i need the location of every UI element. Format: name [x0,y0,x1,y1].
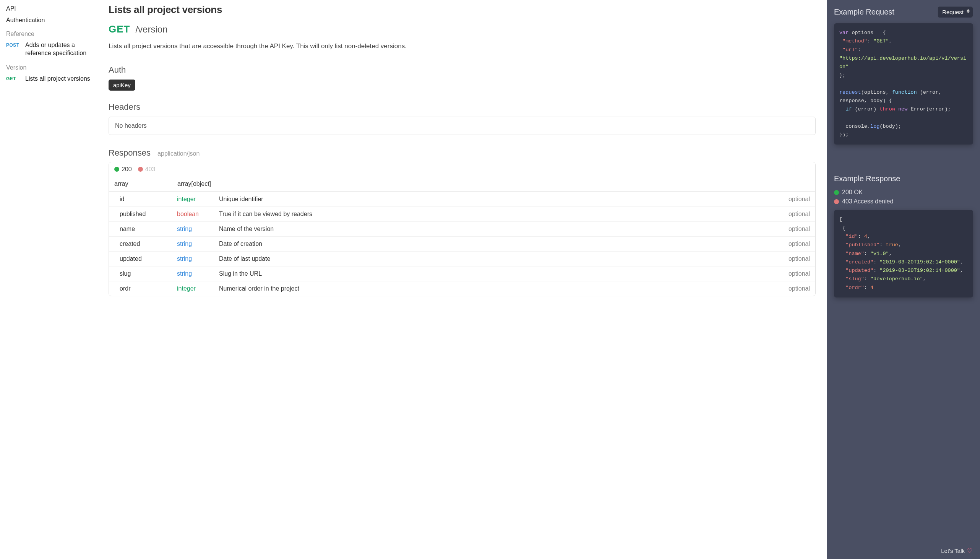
property-description: Date of last update [219,255,779,262]
array-header-row: array array[object] [109,177,815,192]
endpoint-path: /version [135,24,167,35]
sidebar-heading-reference: Reference [4,26,93,39]
auth-badge: apiKey [109,79,135,91]
property-type: string [177,255,219,262]
property-description: Unique identifier [219,196,779,203]
response-status-403[interactable]: 403 Access denied [834,197,973,206]
method-badge-get: GET [6,75,21,81]
property-required: optional [779,240,810,247]
property-row: idintegerUnique identifieroptional [109,192,815,207]
example-response-code[interactable]: [ { "id": 4, "published": true, "name": … [834,210,973,297]
property-type: string [177,270,219,277]
property-description: Slug in the URL [219,270,779,277]
status-dot-icon [834,190,839,195]
property-required: optional [779,285,810,292]
status-code: 200 [122,166,132,173]
sidebar-endpoint-get-version[interactable]: GET Lists all project versions [4,73,93,85]
property-required: optional [779,270,810,277]
property-type: integer [177,196,219,203]
example-request-title: Example Request [834,8,894,17]
property-required: optional [779,196,810,203]
property-type: string [177,226,219,233]
status-tab-403[interactable]: 403 [138,166,155,173]
main-content: Lists all project versions GET /version … [97,0,827,559]
status-label: 200 OK [842,189,863,196]
sidebar-endpoint-label: Lists all project versions [25,75,91,83]
property-row: slugstringSlug in the URLoptional [109,266,815,281]
property-required: optional [779,226,810,233]
response-status-200[interactable]: 200 OK [834,188,973,197]
property-row: ordrintegerNumerical order in the projec… [109,281,815,296]
endpoint-method: GET [109,23,130,35]
example-panel: Example Request Request var options = { … [827,0,980,559]
example-request-code[interactable]: var options = { "method": "GET", "url": … [834,23,973,144]
lets-talk-label: Let's Talk [941,547,965,554]
sidebar-item-api[interactable]: API [4,3,93,15]
sidebar: API Authentication Reference POST Adds o… [0,0,97,559]
property-name: updated [120,255,177,262]
request-dropdown[interactable]: Request [937,6,973,18]
status-dot-icon [114,167,119,172]
status-dot-icon [138,167,143,172]
method-badge-post: POST [6,41,21,48]
property-row: namestringName of the versionoptional [109,222,815,236]
auth-heading: Auth [109,65,816,75]
array-label: array [114,180,177,187]
property-name: slug [120,270,177,277]
status-tab-200[interactable]: 200 [114,166,132,173]
property-type: integer [177,285,219,292]
property-description: Numerical order in the project [219,285,779,292]
property-name: ordr [120,285,177,292]
property-row: publishedbooleanTrue if it can be viewed… [109,207,815,222]
property-type: string [177,240,219,247]
heart-icon: ♡ [967,547,972,554]
property-description: Date of creation [219,240,779,247]
property-name: published [120,211,177,218]
property-required: optional [779,211,810,218]
lets-talk-button[interactable]: Let's Talk ♡ [941,547,972,554]
response-status-list: 200 OK 403 Access denied [834,188,973,206]
sidebar-heading-version: Version [4,60,93,73]
endpoint-description: Lists all project versions that are acce… [109,41,816,51]
sidebar-endpoint-post-reference[interactable]: POST Adds or updates a reference specifi… [4,39,93,60]
property-type: boolean [177,211,219,218]
property-row: updatedstringDate of last updateoptional [109,251,815,266]
headers-empty-message: No headers [109,117,816,135]
property-name: id [120,196,177,203]
property-name: created [120,240,177,247]
endpoint-line: GET /version [109,23,816,35]
status-label: 403 Access denied [842,198,893,205]
property-name: name [120,226,177,233]
property-description: Name of the version [219,226,779,233]
responses-card: 200 403 array array[object] idintegerUni… [109,162,816,296]
property-row: createdstringDate of creationoptional [109,236,815,251]
content-type: application/json [157,150,200,157]
sidebar-item-authentication[interactable]: Authentication [4,15,93,26]
sidebar-endpoint-label: Adds or updates a reference specificatio… [25,41,91,57]
property-description: True if it can be viewed by readers [219,211,779,218]
status-tabs: 200 403 [109,162,815,177]
property-required: optional [779,255,810,262]
example-response-title: Example Response [834,174,973,183]
status-dot-icon [834,199,839,204]
page-title: Lists all project versions [109,4,816,16]
responses-heading: Responses [109,148,150,158]
array-type: array[object] [177,180,219,187]
status-code: 403 [145,166,155,173]
headers-heading: Headers [109,102,816,112]
